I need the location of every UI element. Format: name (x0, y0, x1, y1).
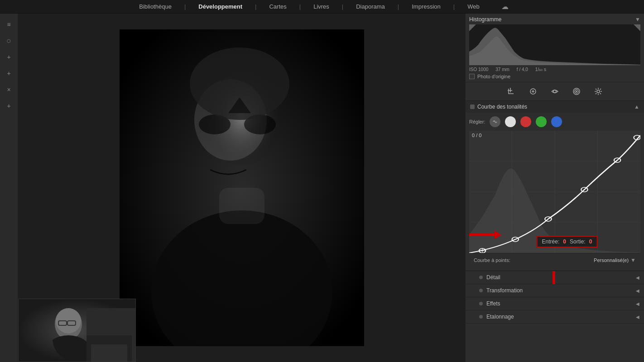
point-curve-label: Courbe à points: (474, 257, 510, 263)
webcam-overlay (18, 299, 136, 362)
panel-arrow-effets: ◀ (636, 301, 639, 306)
output-label: Sortie: (570, 238, 586, 245)
svg-rect-8 (219, 188, 264, 224)
histogram-section: Histogramme ▼ (466, 14, 644, 82)
histogram-title: Histogramme (469, 16, 501, 23)
left-panel-icon-3[interactable]: + (3, 51, 15, 63)
webcam-background (19, 299, 135, 362)
panel-label-etalonnage: Etalonnage (486, 314, 514, 320)
panel-label-transformation: Transformation (486, 287, 523, 294)
left-panel-icon-1[interactable]: ≡ (3, 18, 15, 31)
center-area (18, 14, 465, 362)
svg-marker-19 (634, 24, 640, 31)
red-arrow-up (549, 271, 558, 284)
left-panel-icon-2[interactable]: ⬡ (3, 34, 15, 47)
main-photo (120, 29, 364, 346)
nav-livres[interactable]: Livres (310, 1, 333, 12)
panel-arrow-transformation: ◀ (636, 288, 639, 293)
svg-marker-18 (469, 24, 476, 31)
original-photo-checkbox[interactable] (469, 74, 475, 79)
entry-value: 0 (563, 238, 566, 245)
entry-label: Entrée: (542, 238, 560, 245)
channel-red-btn[interactable] (520, 116, 531, 127)
focal-info: 37 mm (495, 67, 509, 72)
left-panel: ≡ ⬡ + + × + (0, 14, 18, 362)
photo-svg (120, 29, 364, 346)
panel-dot-transformation (479, 289, 483, 292)
histogram-chart (469, 24, 640, 65)
panel-label-detail: Détail (486, 274, 500, 281)
histogram-collapse-btn[interactable]: ▼ (635, 16, 640, 23)
iso-info: ISO 1000 (469, 67, 488, 72)
tone-curve-collapse-btn[interactable]: ▲ (634, 104, 639, 110)
panel-dot-etalonnage (479, 315, 483, 319)
reggler-label: Régler: (469, 119, 485, 124)
webcam-svg (19, 299, 135, 362)
red-arrow-right (469, 230, 501, 239)
aperture-info: f / 4,0 (517, 67, 528, 72)
nav-cartes[interactable]: Cartes (265, 1, 290, 12)
heal-icon[interactable] (528, 86, 538, 97)
nav-developpement[interactable]: Développement (195, 1, 246, 12)
left-panel-icon-4[interactable]: + (3, 67, 15, 80)
point-curve-value: Personnalisé(e) (594, 257, 629, 263)
histogram-header: Histogramme ▼ (469, 16, 640, 23)
panel-label-effets: Effets (486, 300, 500, 307)
curve-value-display: 0 / 0 (472, 133, 481, 138)
tone-curve-section: Courbe des tonalités ▲ Régler: (466, 101, 644, 271)
tone-curve-title: Courbe des tonalités (477, 104, 527, 110)
panel-item-transformation[interactable]: Transformation ◀ (466, 284, 644, 297)
panel-dot-effets (479, 302, 483, 305)
original-photo-row: Photo d'origine (469, 74, 640, 79)
tone-curve-header: Courbe des tonalités ▲ (466, 101, 644, 113)
left-panel-icon-6[interactable]: + (3, 100, 15, 112)
shutter-info: 1/₆₀ s (535, 67, 546, 72)
redeye-icon[interactable] (549, 86, 560, 97)
nav-bibliotheque[interactable]: Bibliothèque (135, 1, 175, 12)
panel-item-effets[interactable]: Effets ◀ (466, 297, 644, 310)
entry-output-box: Entrée: 0 Sortie: 0 (537, 236, 598, 248)
left-panel-icon-5[interactable]: × (3, 83, 15, 96)
channel-white-btn[interactable] (505, 116, 516, 127)
histogram-info: ISO 1000 37 mm f / 4,0 1/₆₀ s (469, 67, 640, 72)
curve-graph[interactable]: 0 / 0 (469, 131, 640, 253)
point-curve-row: Courbe à points: Personnalisé(e) ▼ (469, 253, 640, 267)
svg-point-21 (553, 90, 556, 93)
channel-mono-btn[interactable] (490, 116, 500, 127)
right-panel: Histogramme ▼ (465, 14, 644, 362)
channel-blue-btn[interactable] (551, 116, 562, 127)
reggler-row: Régler: (469, 116, 640, 127)
top-nav: Bibliothèque | Développement | Cartes | … (0, 0, 644, 14)
svg-point-25 (597, 90, 600, 93)
output-value: 0 (589, 238, 592, 245)
photo-background (120, 29, 364, 346)
nav-web[interactable]: Web (464, 1, 483, 12)
radial-filter-icon[interactable] (571, 86, 582, 97)
nav-diaporama[interactable]: Diaporama (352, 1, 389, 12)
main-layout: ≡ ⬡ + + × + (0, 14, 644, 362)
settings-icon[interactable] (593, 86, 604, 97)
bottom-panel-items: Détail ◀ Transformation ◀ E (466, 271, 644, 362)
svg-point-24 (576, 91, 577, 92)
toolbar-icons (466, 82, 644, 101)
svg-rect-17 (91, 344, 127, 362)
point-curve-dropdown[interactable]: ▼ (630, 257, 636, 263)
histogram-canvas (469, 24, 640, 65)
panel-dot-detail (479, 276, 483, 279)
tc-collapse-dot (470, 105, 475, 109)
tone-curve-body: Régler: 0 / 0 (466, 113, 644, 271)
crop-icon[interactable] (506, 86, 517, 97)
cloud-icon: ☁ (501, 2, 509, 11)
channel-green-btn[interactable] (536, 116, 547, 127)
original-photo-label: Photo d'origine (477, 74, 510, 79)
panel-item-etalonnage[interactable]: Etalonnage ◀ (466, 310, 644, 324)
panel-arrow-detail: ◀ (636, 275, 639, 280)
panel-arrow-etalonnage: ◀ (636, 314, 639, 319)
nav-impression[interactable]: Impression (408, 1, 444, 12)
